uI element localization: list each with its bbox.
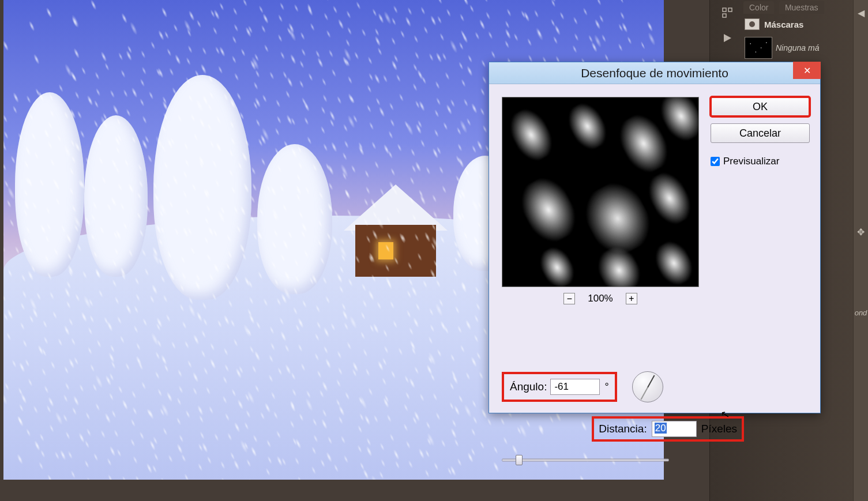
collapse-icon[interactable]: ◀: [855, 7, 867, 18]
angle-label: Ángulo:: [510, 381, 547, 393]
preview-checkbox-label: Previsualizar: [723, 156, 779, 167]
tab-color[interactable]: Color: [743, 1, 774, 14]
svg-rect-1: [728, 8, 732, 12]
angle-group: Ángulo: °: [502, 372, 617, 402]
slider-thumb[interactable]: [516, 455, 523, 465]
tab-muestras[interactable]: Muestras: [779, 1, 824, 14]
preview-checkbox[interactable]: [711, 157, 720, 166]
align-icon[interactable]: [720, 6, 734, 20]
zoom-in-button[interactable]: +: [626, 293, 637, 304]
dialog-title: Desenfoque de movimiento: [489, 66, 820, 80]
zoom-level: 100%: [588, 293, 613, 304]
distance-group: Distancia: 20 Píxeles ↖: [592, 416, 744, 442]
play-icon[interactable]: [720, 31, 734, 45]
ok-button[interactable]: OK: [711, 97, 810, 116]
label-ond: ond: [855, 307, 867, 318]
svg-rect-2: [723, 14, 726, 17]
distance-label: Distancia:: [599, 423, 647, 435]
angle-dial[interactable]: [632, 371, 663, 402]
svg-rect-0: [723, 8, 726, 12]
mask-icon[interactable]: [745, 18, 760, 30]
mask-status-text: Ninguna má: [776, 43, 820, 52]
cursor-icon: ↖: [720, 408, 731, 421]
close-button[interactable]: ✕: [793, 62, 821, 79]
distance-unit: Píxeles: [701, 423, 737, 435]
layer-thumbnail[interactable]: [745, 37, 772, 59]
svg-marker-3: [724, 34, 731, 42]
distance-slider[interactable]: [502, 457, 669, 464]
filter-preview[interactable]: [502, 97, 699, 287]
masks-panel-label: Máscaras: [764, 20, 803, 29]
close-icon: ✕: [803, 65, 811, 76]
move-icon[interactable]: ✥: [855, 226, 867, 238]
motion-blur-dialog: Desenfoque de movimiento ✕ − 100% +: [489, 62, 821, 413]
preview-checkbox-row[interactable]: Previsualizar: [711, 156, 810, 167]
dialog-titlebar[interactable]: Desenfoque de movimiento ✕: [489, 62, 820, 84]
distance-input[interactable]: 20: [652, 421, 697, 437]
angle-input[interactable]: [550, 379, 600, 395]
cancel-button[interactable]: Cancelar: [711, 123, 810, 143]
degree-symbol: °: [604, 381, 608, 393]
zoom-out-button[interactable]: −: [563, 293, 575, 304]
edge-icon-strip: ◀ ✥ ond: [853, 0, 868, 501]
